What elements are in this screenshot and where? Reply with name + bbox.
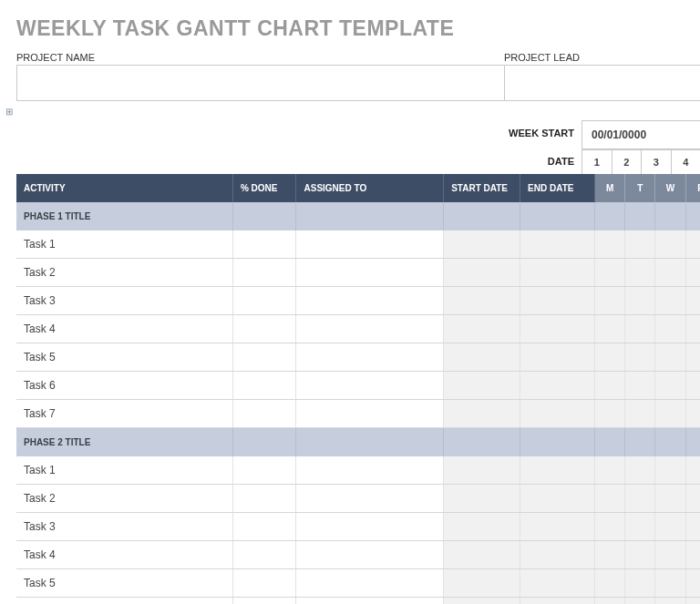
- week-start-value[interactable]: 00/01/0000: [582, 120, 700, 149]
- task-pct[interactable]: [232, 569, 296, 598]
- phase-cell: [296, 428, 444, 457]
- task-end[interactable]: [520, 400, 595, 428]
- task-assigned[interactable]: [296, 230, 444, 259]
- task-assigned[interactable]: [296, 400, 444, 428]
- phase-row[interactable]: PHASE 1 TITLE: [16, 202, 700, 230]
- task-activity: Task 2: [16, 485, 232, 513]
- gantt-cell: [685, 287, 700, 315]
- task-end[interactable]: [520, 541, 595, 569]
- task-pct[interactable]: [232, 541, 296, 569]
- task-activity: Task 4: [16, 315, 232, 343]
- gantt-cell: [685, 541, 700, 569]
- phase-cell: [520, 202, 595, 230]
- task-assigned[interactable]: [296, 569, 444, 598]
- task-pct[interactable]: [232, 372, 296, 400]
- task-activity: Task 5: [16, 569, 232, 598]
- task-assigned[interactable]: [296, 485, 444, 513]
- task-start[interactable]: [444, 315, 520, 343]
- col-day: W: [655, 174, 685, 202]
- phase-title: PHASE 2 TITLE: [16, 428, 232, 457]
- task-end[interactable]: [520, 315, 595, 343]
- expand-icon[interactable]: ⊞: [0, 101, 13, 114]
- table-row[interactable]: Task 6: [16, 598, 700, 605]
- task-end[interactable]: [520, 569, 595, 598]
- task-pct[interactable]: [232, 259, 296, 287]
- task-assigned[interactable]: [296, 259, 444, 287]
- table-row[interactable]: Task 5: [16, 569, 700, 598]
- task-assigned[interactable]: [296, 372, 444, 400]
- task-end[interactable]: [520, 456, 595, 485]
- task-pct[interactable]: [232, 598, 296, 605]
- task-pct[interactable]: [232, 230, 296, 259]
- task-assigned[interactable]: [296, 598, 444, 605]
- task-pct[interactable]: [232, 315, 296, 343]
- page-title: WEEKLY TASK GANTT CHART TEMPLATE: [0, 0, 700, 52]
- task-end[interactable]: [520, 343, 595, 372]
- gantt-cell: [655, 315, 685, 343]
- task-pct[interactable]: [232, 287, 296, 315]
- task-end[interactable]: [520, 372, 595, 400]
- table-row[interactable]: Task 4: [16, 541, 700, 569]
- task-pct[interactable]: [232, 343, 296, 372]
- task-activity: Task 6: [16, 372, 232, 400]
- task-assigned[interactable]: [296, 513, 444, 541]
- task-end[interactable]: [520, 287, 595, 315]
- gantt-cell: [685, 598, 700, 605]
- table-row[interactable]: Task 3: [16, 513, 700, 541]
- task-start[interactable]: [444, 287, 520, 315]
- task-pct[interactable]: [232, 485, 296, 513]
- task-start[interactable]: [444, 569, 520, 598]
- table-row[interactable]: Task 3: [16, 287, 700, 315]
- task-assigned[interactable]: [296, 315, 444, 343]
- date-number-cells: 1 2 3 4: [582, 149, 700, 174]
- task-start[interactable]: [444, 230, 520, 259]
- task-start[interactable]: [444, 343, 520, 372]
- project-name-input[interactable]: [16, 65, 504, 101]
- gantt-cell: [625, 372, 655, 400]
- gantt-cell: [655, 485, 685, 513]
- gantt-cell: [625, 343, 655, 372]
- table-row[interactable]: Task 1: [16, 456, 700, 485]
- task-start[interactable]: [444, 598, 520, 605]
- task-start[interactable]: [444, 541, 520, 569]
- task-start[interactable]: [444, 456, 520, 485]
- table-row[interactable]: Task 6: [16, 372, 700, 400]
- table-row[interactable]: Task 2: [16, 259, 700, 287]
- task-assigned[interactable]: [296, 541, 444, 569]
- task-start[interactable]: [444, 485, 520, 513]
- task-start[interactable]: [444, 259, 520, 287]
- phase-cell: [594, 428, 624, 457]
- task-pct[interactable]: [232, 400, 296, 428]
- task-end[interactable]: [520, 485, 595, 513]
- task-start[interactable]: [444, 372, 520, 400]
- task-assigned[interactable]: [296, 456, 444, 485]
- phase-cell: [232, 428, 296, 457]
- task-end[interactable]: [520, 513, 595, 541]
- task-start[interactable]: [444, 400, 520, 428]
- gantt-table: ACTIVITY % DONE ASSIGNED TO START DATE E…: [16, 174, 700, 604]
- gantt-cell: [594, 598, 624, 605]
- task-assigned[interactable]: [296, 287, 444, 315]
- table-row[interactable]: Task 2: [16, 485, 700, 513]
- task-pct[interactable]: [232, 513, 296, 541]
- table-row[interactable]: Task 7: [16, 400, 700, 428]
- task-end[interactable]: [520, 259, 595, 287]
- task-pct[interactable]: [232, 456, 296, 485]
- phase-cell: [520, 428, 595, 457]
- phase-cell: [444, 202, 520, 230]
- phase-cell: [444, 428, 520, 457]
- table-row[interactable]: Task 1: [16, 230, 700, 259]
- table-row[interactable]: Task 5: [16, 343, 700, 372]
- gantt-cell: [655, 541, 685, 569]
- project-lead-input[interactable]: [504, 65, 700, 101]
- phase-row[interactable]: PHASE 2 TITLE: [16, 428, 700, 457]
- gantt-cell: [685, 513, 700, 541]
- task-end[interactable]: [520, 230, 595, 259]
- project-lead-block: PROJECT LEAD: [504, 52, 700, 101]
- week-start-label: WEEK START: [499, 120, 582, 149]
- meta-row: PROJECT NAME PROJECT LEAD: [0, 52, 700, 101]
- task-assigned[interactable]: [296, 343, 444, 372]
- task-start[interactable]: [444, 513, 520, 541]
- table-row[interactable]: Task 4: [16, 315, 700, 343]
- task-end[interactable]: [520, 598, 595, 605]
